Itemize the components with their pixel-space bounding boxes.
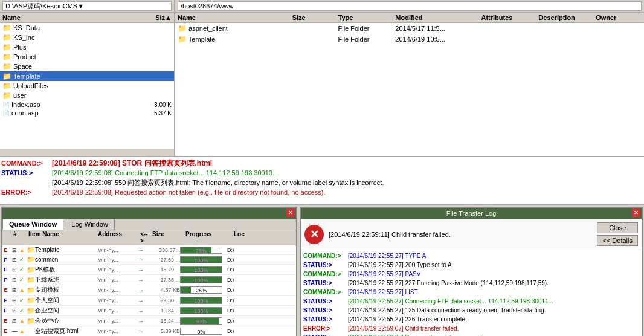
- right-path-input[interactable]: [178, 1, 642, 11]
- queue-close-button[interactable]: ✕: [286, 208, 295, 217]
- queue-row-expand[interactable]: ⊞: [12, 297, 19, 303]
- tab-queue-window[interactable]: Queue Window: [2, 219, 63, 230]
- tlog-text: [2014/6/19 22:55:27] 200 Type set to A.: [348, 260, 453, 270]
- queue-row-expand[interactable]: ⊞: [12, 318, 19, 324]
- tab-log-window[interactable]: Log Window: [65, 219, 115, 230]
- log-line: ERROR:> [2014/6/19 22:59:08] Requested a…: [1, 187, 643, 197]
- queue-row-size: 17.36 ...: [149, 277, 180, 283]
- folder-icon: 📁: [2, 43, 11, 51]
- log-label: STATUS:>: [1, 168, 50, 178]
- queue-row-folder-icon: 📁: [27, 276, 35, 284]
- log-line: STATUS:> [2014/6/19 22:59:08] Connecting…: [1, 168, 643, 178]
- queue-row-name: 会员中心: [35, 317, 98, 325]
- left-path-input[interactable]: [2, 1, 172, 11]
- left-tree-item[interactable]: 📁Product: [0, 52, 174, 62]
- queue-row-expand[interactable]: ⊞: [12, 287, 19, 293]
- queue-row-warn: ✓: [19, 308, 27, 314]
- transfer-log-line: COMMAND:> [2014/6/19 22:55:27] PASV: [303, 270, 639, 279]
- queue-row-addr: win-hy...: [98, 257, 138, 263]
- left-tree-item[interactable]: 📁KS_Data: [0, 23, 174, 33]
- queue-row-progress: 100%: [180, 266, 227, 273]
- queue-row-progress: 0%: [180, 328, 227, 335]
- right-file-row[interactable]: 📁 aspnet_client File Folder 2014/5/17 11…: [175, 23, 644, 34]
- right-file-row[interactable]: 📁 Template File Folder 2014/6/19 10:5...: [175, 34, 644, 45]
- left-tree-item[interactable]: 📁Template: [0, 71, 174, 81]
- transfer-error-message: [2014/6/19 22:59:11] Child transfer fail…: [329, 231, 592, 238]
- left-tree-item[interactable]: 📁UploadFiles: [0, 81, 174, 91]
- right-file-list[interactable]: 📁 aspnet_client File Folder 2014/5/17 11…: [175, 23, 644, 156]
- transfer-log-line: STATUS:> [2014/6/19 22:55:27] 227 Enteri…: [303, 279, 639, 288]
- tree-item-size: 3.00 K: [135, 102, 172, 108]
- folder-icon: 📁: [2, 72, 11, 80]
- queue-row-loc: D:\: [227, 308, 242, 314]
- qh-hash: [4, 231, 12, 244]
- queue-row[interactable]: E ⊟ ▲ 📁 Template win-hy... → 338.57... 7…: [2, 245, 296, 255]
- left-tree-item[interactable]: 📄Index.asp3.00 K: [0, 100, 174, 109]
- queue-row-addr: win-hy...: [98, 318, 138, 324]
- queue-row-type: E: [4, 247, 12, 253]
- transfer-close-btn[interactable]: Close: [597, 222, 638, 233]
- transfer-details-btn[interactable]: << Details: [597, 235, 638, 246]
- queue-row[interactable]: F ⊞ ✓ 📁 下载系统 win-hy... → 17.36 ... 100% …: [2, 275, 296, 285]
- transfer-close-button[interactable]: ✕: [632, 208, 640, 217]
- queue-row-expand[interactable]: ⊞: [12, 267, 19, 273]
- left-tree-item[interactable]: 📄conn.asp5.37 K: [0, 109, 174, 117]
- left-tree-item[interactable]: 📁Space: [0, 62, 174, 71]
- queue-row-addr: win-hy...: [98, 247, 138, 253]
- tree-item-name: Index.asp: [11, 101, 135, 108]
- queue-row-progress: 75%: [180, 247, 227, 254]
- queue-row[interactable]: E — ▲ 全站搜索页.html win-hy... → 5.39 KB 0% …: [2, 326, 296, 336]
- queue-row-addr: win-hy...: [98, 328, 138, 334]
- queue-row-type: F: [4, 257, 12, 263]
- tree-item-size: 5.37 K: [135, 110, 172, 117]
- right-item-name: 📁 Template: [178, 35, 292, 44]
- left-tree-item[interactable]: 📁Plus: [0, 42, 174, 52]
- queue-window: ✕ Queue Window Log Window # Item Name Ad…: [1, 207, 297, 336]
- tlog-text: [2014/6/19 22:55:27] 226 Transfer comple…: [348, 315, 467, 324]
- file-icon: 📄: [2, 110, 10, 117]
- folder-icon: 📁: [2, 53, 11, 61]
- queue-table-body[interactable]: E ⊟ ▲ 📁 Template win-hy... → 338.57... 7…: [2, 245, 296, 336]
- queue-row-arrow: →: [138, 308, 149, 314]
- log-text: [2014/6/19 22:59:08] Connecting FTP data…: [52, 168, 278, 178]
- queue-row[interactable]: F ⊞ ✓ 📁 PK模板 win-hy... → 13.79 ... 100% …: [2, 265, 296, 275]
- queue-row-name: 专题模板: [35, 286, 98, 294]
- queue-row-expand[interactable]: —: [12, 328, 19, 334]
- left-tree-item[interactable]: 📁KS_Inc: [0, 33, 174, 42]
- queue-row-loc: D:\: [227, 247, 242, 253]
- left-file-tree[interactable]: 📁KS_Data📁KS_Inc📁Plus📁Product📁Space📁Templ…: [0, 23, 174, 149]
- queue-row-expand[interactable]: ⊞: [12, 308, 19, 314]
- right-col-owner: Owner: [596, 14, 642, 21]
- queue-row[interactable]: F ⊞ ✓ 📁 企业空间 win-hy... → 19.34 ... 100% …: [2, 306, 296, 316]
- log-line: [2014/6/19 22:59:08] 550 问答搜索页列表.html: T…: [1, 178, 643, 187]
- queue-row[interactable]: E ⊞ ▲ 📁 专题模板 win-hy... → 4.57 KB 25% D:\: [2, 285, 296, 296]
- right-item-modified: 2014/5/17 11:5...: [395, 25, 481, 32]
- top-file-browser: Name Siz▲ 📁KS_Data📁KS_Inc📁Plus📁Product📁S…: [0, 0, 644, 157]
- queue-row-type: F: [4, 297, 12, 303]
- tlog-label: COMMAND:>: [303, 251, 346, 260]
- tlog-label: STATUS:>: [303, 333, 346, 336]
- left-tree-item[interactable]: 📁user: [0, 91, 174, 100]
- queue-row-expand[interactable]: ⊞: [12, 277, 19, 283]
- tree-item-name: KS_Data: [13, 24, 135, 31]
- queue-row[interactable]: E ⊞ ▲ 📁 会员中心 win-hy... → 16.24 ... 93% D…: [2, 316, 296, 326]
- queue-row[interactable]: F ⊞ ✓ 📁 个人空间 win-hy... → 29.30 ... 100% …: [2, 296, 296, 306]
- queue-row-type: F: [4, 308, 12, 314]
- qh-size: Size: [151, 231, 184, 244]
- queue-row-warn: ▲: [19, 328, 27, 334]
- queue-row-name: 企业空间: [35, 306, 98, 315]
- left-file-panel: Name Siz▲ 📁KS_Data📁KS_Inc📁Plus📁Product📁S…: [0, 0, 175, 156]
- queue-row[interactable]: F ⊞ ✓ 📁 common win-hy... → 27.69 ... 100…: [2, 255, 296, 265]
- tree-item-name: KS_Inc: [13, 34, 135, 41]
- tlog-label: STATUS:>: [303, 260, 346, 270]
- tlog-label: ERROR:>: [303, 324, 346, 333]
- queue-row-folder-icon: 📁: [27, 297, 35, 305]
- queue-row-addr: win-hy...: [98, 287, 138, 293]
- folder-icon: 📁: [2, 33, 11, 42]
- queue-row-expand[interactable]: ⊟: [12, 247, 19, 253]
- right-path-header: [175, 0, 644, 13]
- queue-row-expand[interactable]: ⊞: [12, 257, 19, 263]
- left-scrollbar-h[interactable]: [0, 149, 174, 156]
- queue-row-size: 19.34 ...: [149, 308, 180, 314]
- folder-icon: 📁: [2, 24, 11, 32]
